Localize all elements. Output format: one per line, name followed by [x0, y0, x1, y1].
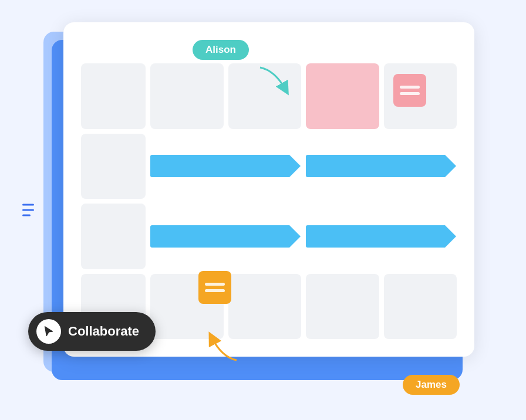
- alison-text: Alison: [205, 44, 236, 55]
- cell-r1c2: [150, 63, 224, 129]
- cell-r3c1: [81, 204, 146, 269]
- cell-r1c1: [81, 63, 146, 129]
- sticky-note-pink: [393, 74, 426, 107]
- bar-r3-right: [306, 204, 457, 269]
- cursor-icon: [36, 319, 61, 344]
- cell-r2c1: [81, 134, 146, 199]
- arrow-alison-icon: [257, 65, 289, 99]
- decorative-lines: [22, 204, 34, 216]
- cell-r1c4-pink: [306, 63, 379, 129]
- gantt-bar-r3-left: [150, 225, 289, 248]
- gantt-bar-r2-left: [150, 155, 289, 177]
- sticky-note-orange: [198, 271, 231, 304]
- sticky-orange-line-2: [205, 289, 225, 292]
- james-text: James: [416, 379, 447, 390]
- sticky-line-1: [400, 86, 420, 89]
- collaborate-button[interactable]: Collaborate: [28, 312, 156, 351]
- arrow-james-icon: [207, 331, 240, 365]
- cell-r4c3: [228, 274, 302, 340]
- cell-r4c4: [306, 274, 379, 340]
- alison-label: Alison: [193, 40, 249, 60]
- gantt-bar-r2-right: [306, 155, 445, 177]
- cursor-svg: [42, 325, 55, 338]
- bar-r3-left: [150, 204, 301, 269]
- sticky-orange-line-1: [205, 283, 225, 286]
- deco-line-3: [22, 215, 31, 216]
- collaborate-label: Collaborate: [68, 324, 139, 339]
- bar-r2-right: [306, 134, 457, 199]
- deco-line-2: [22, 209, 34, 211]
- sticky-line-2: [400, 92, 420, 95]
- gantt-bar-r3-right: [306, 225, 445, 248]
- deco-line-1: [22, 204, 34, 206]
- cell-r4c5: [384, 274, 457, 340]
- scene: Alison James: [34, 22, 492, 398]
- james-label: James: [403, 375, 460, 395]
- bar-r2-left: [150, 134, 301, 199]
